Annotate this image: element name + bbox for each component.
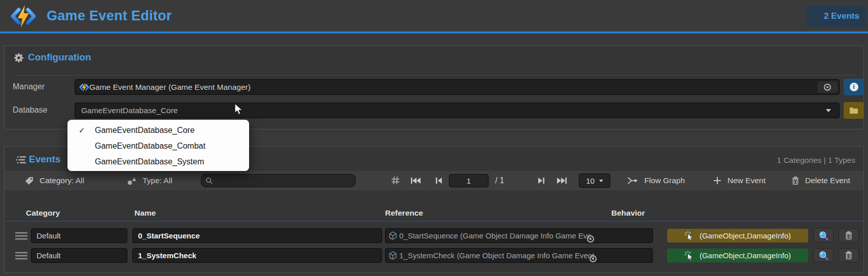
flow-graph-icon xyxy=(627,177,638,185)
category-filter-label: Category: All xyxy=(40,176,84,185)
new-event-label: New Event xyxy=(727,176,766,185)
column-header-category: Category xyxy=(26,209,60,218)
manager-label: Manager xyxy=(13,82,45,91)
manager-object-icon xyxy=(79,83,89,92)
header-underline xyxy=(5,221,863,222)
chevron-down-icon xyxy=(826,109,831,112)
configuration-heading: Configuration xyxy=(28,52,91,63)
app-header: Game Event Editor 2 Events xyxy=(0,0,868,33)
click-icon xyxy=(684,251,695,260)
next-page-button[interactable] xyxy=(537,177,545,186)
type-filter-label: Type: All xyxy=(143,176,172,185)
menu-item-core[interactable]: ✓ GameEventDatabase_Core xyxy=(67,122,249,138)
category-filter-button[interactable]: Category: All xyxy=(25,176,84,185)
events-toolbar: Category: All Type: All xyxy=(5,171,863,190)
reference-object-field[interactable]: 0_StartSequence (Game Object Damage Info… xyxy=(385,228,653,243)
list-icon xyxy=(16,156,26,166)
scriptable-object-icon xyxy=(389,231,397,240)
behavior-badge[interactable]: (GameObject,DamageInfo) xyxy=(667,229,808,243)
last-page-button[interactable] xyxy=(557,177,567,186)
object-picker-icon[interactable] xyxy=(587,235,594,243)
page-number-input[interactable] xyxy=(449,174,489,187)
category-field[interactable]: Default xyxy=(31,248,127,263)
column-header-name: Name xyxy=(134,209,156,218)
page-size-dropdown[interactable]: 10 xyxy=(579,174,610,188)
magnifier-icon xyxy=(819,251,828,260)
plus-icon xyxy=(713,177,721,185)
database-label: Database xyxy=(13,106,48,115)
menu-item-label: GameEventDatabase_Combat xyxy=(95,142,205,151)
search-input[interactable] xyxy=(216,176,348,185)
tag-icon xyxy=(25,177,33,185)
manager-object-picker[interactable] xyxy=(817,81,838,93)
drag-handle[interactable] xyxy=(15,251,28,262)
database-browse-button[interactable] xyxy=(844,102,864,119)
chevron-down-icon xyxy=(599,180,603,182)
trash-icon xyxy=(845,231,852,239)
info-icon xyxy=(850,83,858,91)
database-dropdown[interactable]: GameEventDatabase_Core xyxy=(75,102,840,118)
menu-item-label: GameEventDatabase_System xyxy=(95,157,204,166)
category-field[interactable]: Default xyxy=(31,228,127,243)
click-icon xyxy=(684,231,695,240)
delete-row-button[interactable] xyxy=(839,248,859,262)
menu-item-label: GameEventDatabase_Core xyxy=(95,126,195,135)
object-picker-icon[interactable] xyxy=(589,255,597,262)
manager-info-button[interactable] xyxy=(844,79,864,95)
page-size-value: 10 xyxy=(586,177,595,185)
game-event-editor-window: Game Event Editor 2 Events Configuration… xyxy=(0,0,868,276)
folder-icon xyxy=(849,107,858,114)
flow-graph-label: Flow Graph xyxy=(644,176,685,185)
manager-object-field[interactable]: Game Event Manager (Game Event Manager) xyxy=(75,79,840,95)
grid-view-button[interactable] xyxy=(391,176,400,187)
scriptable-object-icon xyxy=(389,251,397,260)
manager-object-value: Game Event Manager (Game Event Manager) xyxy=(89,83,251,92)
page-title: Game Event Editor xyxy=(47,8,172,24)
inspect-behavior-button[interactable] xyxy=(813,248,834,262)
first-page-button[interactable] xyxy=(410,177,421,186)
trash-icon xyxy=(845,251,852,259)
menu-item-combat[interactable]: GameEventDatabase_Combat xyxy=(67,138,249,154)
trash-icon xyxy=(792,177,799,185)
delete-event-label: Delete Event xyxy=(805,176,850,185)
type-filter-button[interactable]: Type: All xyxy=(127,176,172,185)
name-field[interactable]: 1_SystemCheck xyxy=(132,248,382,263)
search-icon xyxy=(205,177,213,184)
configuration-panel: Configuration Manager Game Event Manager… xyxy=(4,46,864,129)
new-event-button[interactable]: New Event xyxy=(713,176,766,185)
prev-page-button[interactable] xyxy=(435,177,443,186)
events-count-badge: 2 Events xyxy=(807,6,866,27)
drag-handle[interactable] xyxy=(15,231,28,243)
gear-icon xyxy=(14,53,24,65)
table-row: Default 0_StartSequence 0_StartSequence … xyxy=(5,226,863,246)
column-header-behavior: Behavior xyxy=(611,209,645,218)
delete-event-button[interactable]: Delete Event xyxy=(792,176,850,185)
behavior-badge[interactable]: (GameObject,DamageInfo) xyxy=(667,249,808,262)
delete-row-button[interactable] xyxy=(839,228,859,243)
events-summary: 1 Categories | 1 Types xyxy=(777,156,855,165)
shapes-icon xyxy=(127,177,136,185)
reference-object-field[interactable]: 1_SystemCheck (Game Object Damage Info G… xyxy=(385,248,653,263)
heading-divider xyxy=(13,75,855,76)
database-dropdown-menu: ✓ GameEventDatabase_Core GameEventDataba… xyxy=(67,120,249,171)
app-logo-icon xyxy=(10,5,37,30)
table-row: Default 1_SystemCheck 1_SystemCheck (Gam… xyxy=(5,246,863,266)
column-header-reference: Reference xyxy=(385,209,423,218)
events-heading: Events xyxy=(29,154,60,165)
magnifier-icon xyxy=(819,231,828,240)
menu-item-system[interactable]: GameEventDatabase_System xyxy=(67,154,249,169)
object-picker-icon xyxy=(824,84,831,91)
page-total-label: / 1 xyxy=(495,176,504,185)
search-field[interactable] xyxy=(201,174,356,187)
inspect-behavior-button[interactable] xyxy=(813,228,834,243)
name-field[interactable]: 0_StartSequence xyxy=(132,228,382,243)
flow-graph-button[interactable]: Flow Graph xyxy=(627,176,685,185)
checkmark-icon: ✓ xyxy=(79,126,95,135)
database-dropdown-value: GameEventDatabase_Core xyxy=(81,106,178,115)
